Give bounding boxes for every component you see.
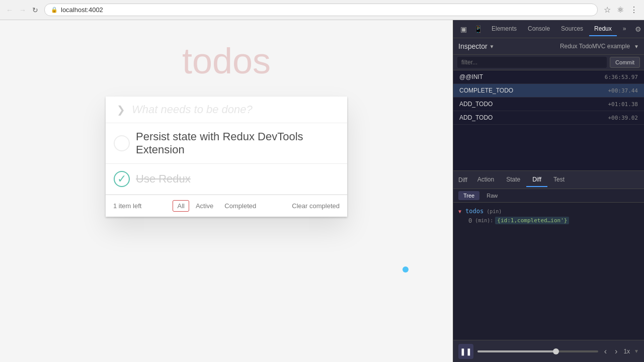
tree-root-key: todos	[465, 208, 484, 215]
filter-all[interactable]: All	[173, 200, 189, 212]
dt-view-tabs: Tree Raw	[453, 189, 644, 203]
floating-dot	[403, 266, 409, 273]
action-item-complete-todo[interactable]: COMPLETE_TODO +00:37.44	[453, 84, 644, 98]
clear-completed-button[interactable]: Clear completed	[292, 202, 340, 210]
action-name-init: @@INIT	[459, 73, 483, 80]
action-name-complete-todo: COMPLETE_TODO	[459, 87, 513, 94]
tree-root-row: ▼ todos (pin)	[458, 207, 639, 216]
action-name-add-todo-2: ADD_TODO	[459, 114, 493, 121]
nav-buttons: ← → ↻	[4, 5, 40, 15]
slider-fill	[477, 350, 556, 352]
devtools-tabs: ▣ 📱 Elements Console Sources Redux » ⚙ ✕	[453, 20, 644, 38]
inspector-button[interactable]: Inspector ▼	[458, 42, 495, 50]
toggle-all-button[interactable]: ❯	[114, 103, 128, 117]
inspector-chevron: ▼	[490, 44, 495, 49]
todo-input-row: ❯ What needs to be done?	[106, 97, 347, 123]
todo-item-2: ✓ Use Redux	[106, 164, 347, 195]
todo-filters: All Active Completed	[173, 200, 261, 212]
subtab-action[interactable]: Action	[471, 173, 500, 187]
reload-button[interactable]: ↻	[30, 5, 40, 15]
tree-root-type: (pin)	[487, 209, 502, 214]
star-icon[interactable]: ☆	[602, 4, 613, 16]
todo-text-1: Persist state with Redux DevTools Extens…	[136, 130, 339, 156]
todo-card: ❯ What needs to be done? Persist state w…	[106, 97, 347, 217]
tree-child-row-0: 0 (min): {id:1,completed…ion'}	[458, 216, 639, 225]
pause-icon: ❚❚	[460, 347, 472, 355]
devtools-panel: ▣ 📱 Elements Console Sources Redux » ⚙ ✕…	[453, 20, 644, 362]
dt-bottom: Diff Action State Diff Test Tree Raw ▼ t…	[453, 171, 644, 340]
lock-icon: 🔒	[51, 7, 58, 13]
action-time-add-todo-1: +01:01.38	[608, 101, 638, 108]
tree-child-type: (min):	[475, 218, 493, 223]
view-tab-tree[interactable]: Tree	[458, 191, 479, 200]
next-button[interactable]: ›	[613, 346, 619, 357]
tab-redux[interactable]: Redux	[589, 22, 617, 36]
app-dropdown[interactable]: ▼	[634, 44, 639, 49]
section-label: Diff	[458, 176, 471, 184]
todo-text-2: Use Redux	[136, 172, 339, 186]
todo-checkbox-2[interactable]: ✓	[114, 171, 130, 187]
action-item-init[interactable]: @@INIT 6:36:53.97	[453, 70, 644, 84]
dt-tabs-row: Diff Action State Diff Test	[453, 171, 644, 189]
slider-thumb[interactable]	[553, 348, 559, 354]
todo-app: todos ❯ What needs to be done? Persist s…	[0, 20, 453, 362]
filter-completed[interactable]: Completed	[220, 200, 261, 212]
main-container: todos ❯ What needs to be done? Persist s…	[0, 20, 644, 362]
back-button[interactable]: ←	[4, 5, 15, 15]
pause-button[interactable]: ❚❚	[458, 344, 473, 359]
speed-dropdown[interactable]: ▼	[634, 348, 639, 354]
todo-checkbox-1[interactable]	[114, 135, 130, 151]
expand-icon[interactable]: ▼	[458, 209, 463, 214]
tab-more[interactable]: »	[618, 22, 631, 36]
speed-display: 1x	[623, 348, 630, 355]
playback-slider[interactable]	[477, 350, 598, 352]
filter-input[interactable]	[457, 57, 607, 68]
todo-item-1: Persist state with Redux DevTools Extens…	[106, 123, 347, 164]
commit-button[interactable]: Commit	[610, 57, 640, 68]
inspect-icon[interactable]: ▣	[457, 23, 470, 35]
tree-child-value: {id:1,completed…ion'}	[495, 217, 569, 224]
action-item-add-todo-1[interactable]: ADD_TODO +01:01.38	[453, 98, 644, 111]
action-time-complete-todo: +00:37.44	[608, 87, 638, 94]
todo-title: todos	[182, 40, 271, 81]
subtab-diff[interactable]: Diff	[526, 173, 547, 187]
tree-child-index: 0	[468, 217, 472, 224]
action-time-add-todo-2: +00:39.02	[608, 115, 638, 121]
action-time-init: 6:36:53.97	[605, 74, 638, 80]
subtab-test[interactable]: Test	[547, 173, 571, 187]
settings-icon[interactable]: ⚙	[632, 23, 644, 35]
tab-console[interactable]: Console	[523, 22, 555, 36]
dt-playback: ❚❚ ‹ › 1x ▼	[453, 340, 644, 362]
prev-button[interactable]: ‹	[602, 346, 609, 357]
dt-action-list: @@INIT 6:36:53.97 COMPLETE_TODO +00:37.4…	[453, 70, 644, 171]
filter-active[interactable]: Active	[191, 200, 218, 212]
device-icon[interactable]: 📱	[471, 23, 486, 35]
address-bar[interactable]: 🔒 localhost:4002	[44, 4, 598, 16]
dt-filter-row: Commit	[453, 55, 644, 70]
url-text: localhost:4002	[61, 6, 103, 14]
extensions-icon[interactable]: ⚛	[615, 4, 626, 16]
browser-chrome: ← → ↻ 🔒 localhost:4002 ☆ ⚛ ⋮	[0, 0, 644, 20]
todo-input-placeholder[interactable]: What needs to be done?	[128, 103, 253, 116]
browser-actions: ☆ ⚛ ⋮	[602, 4, 640, 16]
action-name-add-todo-1: ADD_TODO	[459, 101, 493, 108]
dt-tree-content: ▼ todos (pin) 0 (min): {id:1,completed…i…	[453, 203, 644, 340]
tab-elements[interactable]: Elements	[487, 22, 522, 36]
action-item-add-todo-2[interactable]: ADD_TODO +00:39.02	[453, 111, 644, 125]
app-name: Redux TodoMVC example	[560, 43, 630, 50]
view-tab-raw[interactable]: Raw	[481, 191, 503, 200]
subtab-state[interactable]: State	[500, 173, 526, 187]
todo-footer: 1 item left All Active Completed Clear c…	[106, 195, 347, 217]
tab-sources[interactable]: Sources	[556, 22, 588, 36]
inspector-label: Inspector	[458, 42, 488, 50]
dt-header: Inspector ▼ Redux TodoMVC example ▼	[453, 38, 644, 55]
items-left: 1 item left	[113, 202, 141, 210]
forward-button[interactable]: →	[17, 5, 28, 15]
menu-icon[interactable]: ⋮	[628, 4, 640, 16]
